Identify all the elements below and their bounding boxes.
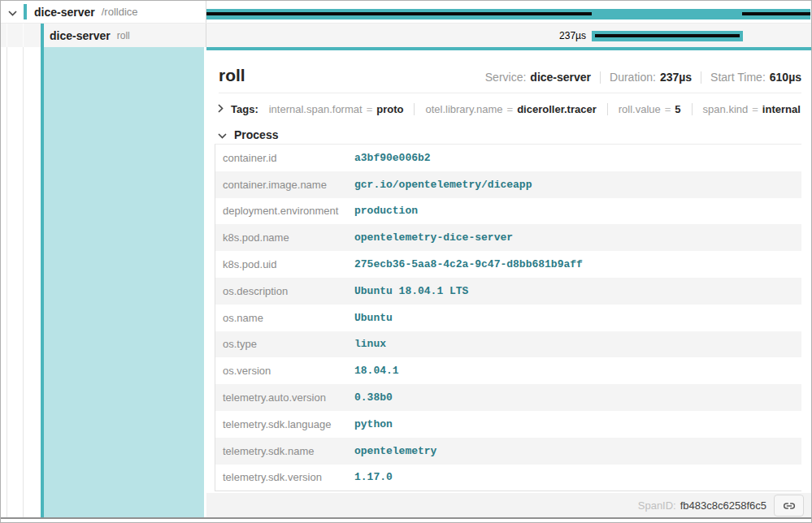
table-row: telemetry.auto.version0.38b0 (215, 384, 801, 411)
row-value: opentelemetry-dice-server (354, 231, 513, 244)
chevron-right-icon[interactable] (218, 103, 224, 115)
indent-guide (7, 47, 7, 517)
row-value: 1.17.0 (354, 471, 393, 483)
tag-value: diceroller.tracer (517, 103, 597, 115)
row-value: a3bf90e006b2 (354, 152, 431, 164)
indent-guide (23, 47, 24, 517)
tag-key: otel.library.name (425, 103, 502, 115)
duration-label: Duration: (610, 71, 656, 84)
tag-equals: = (752, 103, 758, 115)
tag-item: internal.span.format = proto (258, 103, 415, 115)
table-row: deployment.environmentproduction (215, 198, 801, 225)
tag-value: proto (376, 103, 403, 115)
row-key: os.name (215, 312, 354, 324)
row-value: python (354, 418, 393, 430)
span-detail-footer: SpanID: fb483c8c6258f6c5 (206, 493, 811, 518)
tag-equals: = (665, 103, 671, 115)
span-duration-label: 237µs (480, 31, 586, 41)
copy-link-button[interactable] (774, 495, 804, 517)
duration-value: 237µs (660, 71, 692, 84)
jaeger-trace-timeline-view: dice-server /rolldice dice-server roll 2… (0, 0, 812, 523)
table-row: k8s.pod.uid275ecb36-5aa8-4c2a-9c47-d8bb6… (215, 251, 801, 278)
span-bar-roll[interactable] (592, 31, 743, 41)
span-self-time-overlay (742, 12, 810, 15)
span-operation-name: /rolldice (102, 6, 138, 18)
service-value: dice-server (530, 71, 591, 84)
span-service-name: dice-server (50, 29, 111, 42)
table-row: telemetry.sdk.version1.17.0 (215, 465, 801, 491)
row-value: Ubuntu 18.04.1 LTS (354, 285, 468, 297)
table-row: os.nameUbuntu (215, 305, 801, 331)
tag-value: internal (762, 103, 801, 115)
span-operation-name: roll (117, 30, 130, 41)
start-time-value: 610µs (770, 71, 801, 84)
span-row-rolldice[interactable]: dice-server /rolldice (1, 1, 811, 24)
start-time-label: Start Time: (710, 71, 766, 84)
row-key: container.image.name (215, 179, 354, 191)
row-key: telemetry.sdk.language (215, 418, 354, 430)
span-bar-rolldice[interactable] (206, 9, 810, 19)
row-value: opentelemetry (354, 445, 436, 457)
service-label: Service: (485, 71, 527, 84)
table-row: k8s.pod.nameopentelemetry-dice-server (215, 224, 801, 251)
tags-accordion[interactable]: Tags: internal.span.format = proto otel.… (218, 100, 801, 119)
row-key: telemetry.sdk.name (215, 445, 354, 457)
selected-span-highlight[interactable] (44, 47, 204, 517)
tag-key: span.kind (703, 103, 749, 115)
span-self-time-overlay (595, 34, 740, 37)
row-value: gcr.io/opentelemetry/diceapp (354, 179, 532, 191)
row-value: 275ecb36-5aa8-4c2a-9c47-d8bb681b9aff (354, 258, 583, 270)
tag-key: internal.span.format (269, 103, 363, 115)
process-section-label: Process (234, 128, 278, 141)
row-value: Ubuntu (354, 312, 393, 324)
table-row: container.ida3bf90e006b2 (215, 145, 801, 171)
row-key: telemetry.sdk.version (215, 471, 354, 483)
span-name-cell[interactable]: dice-server roll (1, 24, 206, 47)
span-color-bar (41, 24, 44, 517)
span-id-label: SpanID: (638, 499, 676, 512)
row-value: production (354, 205, 418, 217)
window-bottom-edge (1, 517, 811, 519)
row-value: 0.38b0 (354, 391, 393, 404)
row-key: os.description (215, 285, 354, 297)
process-accordion[interactable]: Process (218, 127, 278, 143)
link-icon (783, 499, 796, 512)
tags-section-label: Tags: (231, 103, 258, 115)
chevron-down-icon[interactable] (8, 5, 17, 19)
trace-span-rows: dice-server /rolldice dice-server roll 2… (1, 1, 811, 47)
row-value: 18.04.1 (354, 365, 399, 377)
span-overview: Service: dice-server Duration: 237µs Sta… (485, 71, 801, 84)
table-row: os.descriptionUbuntu 18.04.1 LTS (215, 278, 801, 305)
row-key: telemetry.auto.version (215, 391, 354, 404)
table-row: container.image.namegcr.io/opentelemetry… (215, 171, 801, 198)
row-key: k8s.pod.uid (215, 258, 354, 270)
table-row: telemetry.sdk.languagepython (215, 411, 801, 438)
row-key: container.id (215, 152, 354, 164)
row-key: k8s.pod.name (215, 231, 354, 244)
row-value: linux (354, 338, 386, 350)
span-self-time-overlay (206, 12, 592, 15)
divider (219, 93, 801, 93)
divider (701, 71, 701, 84)
table-row: telemetry.sdk.nameopentelemetry (215, 438, 801, 465)
tag-equals: = (367, 103, 373, 115)
tag-item: roll.value = 5 (608, 103, 693, 115)
table-row: os.version18.04.1 (215, 357, 801, 384)
span-detail-title: roll (219, 66, 245, 85)
tag-item: span.kind = internal (693, 103, 811, 115)
tag-value: 5 (675, 103, 680, 115)
tag-item: otel.library.name = diceroller.tracer (415, 103, 607, 115)
tag-equals: = (507, 103, 514, 115)
span-name-cell[interactable]: dice-server /rolldice (1, 1, 206, 23)
row-key: deployment.environment (215, 205, 354, 217)
span-service-name: dice-server (34, 6, 95, 19)
span-id-value: fb483c8c6258f6c5 (680, 499, 766, 512)
span-color-bar (24, 4, 27, 19)
row-key: os.type (215, 338, 354, 350)
process-key-value-table: container.ida3bf90e006b2 container.image… (215, 144, 801, 491)
row-key: os.version (215, 365, 354, 377)
table-row: os.typelinux (215, 331, 801, 358)
chevron-down-icon[interactable] (218, 128, 227, 141)
tag-key: roll.value (619, 103, 661, 115)
span-detail-panel: roll Service: dice-server Duration: 237µ… (206, 47, 811, 518)
